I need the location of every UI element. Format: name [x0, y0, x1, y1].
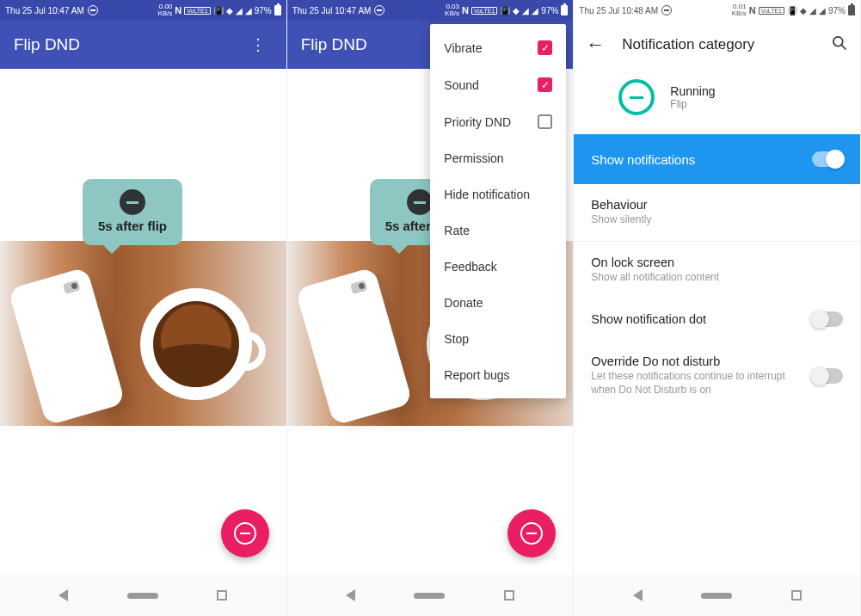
dnd-toggle-icon: [234, 522, 256, 545]
nfc-icon: N: [175, 5, 181, 15]
vibrate-icon: 📳: [500, 6, 510, 15]
status-time: Thu 25 Jul 10:47 AM: [5, 6, 84, 15]
setting-label: On lock screen: [591, 256, 843, 269]
menu-vibrate[interactable]: Vibrate ✓: [430, 29, 566, 66]
menu-donate[interactable]: Donate: [430, 285, 566, 321]
app-badge-icon: [618, 79, 655, 115]
nav-home-button[interactable]: [701, 593, 732, 599]
menu-label: Priority DND: [444, 115, 511, 129]
nav-recent-button[interactable]: [791, 590, 802, 601]
fab-toggle-button[interactable]: [507, 509, 556, 557]
back-arrow-button[interactable]: ←: [586, 34, 605, 56]
nav-bar: [287, 575, 574, 616]
coffee-cup: [140, 288, 252, 400]
battery-text: 97%: [828, 6, 846, 15]
screen-settings: Thu 25 Jul 10:48 AM 0.01KB/s N VoLTE1 📳 …: [574, 0, 861, 616]
menu-hide-notification[interactable]: Hide notification: [430, 176, 566, 213]
menu-report-bugs[interactable]: Report bugs: [430, 357, 566, 393]
setting-label: Behaviour: [591, 198, 843, 212]
override-dnd-row[interactable]: Override Do not disturb Let these notifi…: [574, 341, 860, 410]
lock-screen-row[interactable]: On lock screen Show all notification con…: [574, 242, 860, 299]
checkbox-unchecked-icon[interactable]: [538, 114, 552, 129]
menu-feedback[interactable]: Feedback: [430, 249, 566, 285]
data-rate: 0.00KB/s: [157, 3, 172, 17]
nav-back-button[interactable]: [346, 589, 355, 601]
category-sub: Flip: [670, 98, 715, 110]
camera-icon: [350, 280, 368, 293]
notification-dot-row[interactable]: Show notification dot: [574, 298, 860, 341]
menu-stop[interactable]: Stop: [430, 321, 566, 357]
main-content: 5s after flip: [0, 69, 286, 575]
screen-app-menu: Thu 25 Jul 10:47 AM 0.03KB/s N VoLTE1 📳 …: [287, 0, 575, 616]
toggle-off[interactable]: [812, 368, 843, 384]
nav-back-button[interactable]: [58, 589, 68, 601]
battery-text: 97%: [541, 6, 558, 15]
checkbox-checked-icon[interactable]: ✓: [538, 40, 552, 55]
menu-label: Stop: [444, 332, 469, 346]
category-row: Running Flip: [574, 69, 860, 134]
battery-icon: [274, 5, 281, 15]
battery-icon: [848, 5, 855, 15]
dnd-icon: [661, 5, 672, 15]
phone-illustration: [295, 267, 413, 426]
behaviour-row[interactable]: Behaviour Show silently: [574, 184, 860, 241]
nav-recent-button[interactable]: [504, 590, 514, 601]
menu-permission[interactable]: Permission: [430, 140, 566, 176]
toggle-on[interactable]: [812, 151, 843, 167]
menu-label: Donate: [444, 296, 483, 310]
signal-icon-2: ◢: [532, 6, 538, 15]
tooltip-text: 5s after flip: [98, 219, 167, 233]
app-bar: Flip DND ⋮: [0, 21, 286, 69]
battery-icon: [561, 5, 568, 15]
toggle-off[interactable]: [812, 311, 843, 327]
signal-icon: ◢: [522, 6, 529, 15]
setting-label: Override Do not disturb: [591, 354, 793, 368]
fab-toggle-button[interactable]: [221, 509, 269, 557]
vibrate-icon: 📳: [787, 6, 797, 15]
nav-bar: [0, 575, 286, 616]
signal-icon: ◢: [809, 6, 816, 15]
status-time: Thu 25 Jul 10:48 AM: [579, 6, 658, 15]
menu-rate[interactable]: Rate: [430, 213, 566, 249]
search-button[interactable]: [831, 34, 848, 56]
dnd-toggle-icon: [520, 522, 543, 545]
signal-icon-2: ◢: [245, 6, 252, 15]
menu-label: Permission: [444, 151, 503, 165]
status-bar: Thu 25 Jul 10:47 AM 0.00KB/s N VoLTE1 📳 …: [0, 0, 286, 21]
nav-recent-button[interactable]: [217, 590, 227, 601]
menu-label: Vibrate: [444, 41, 482, 55]
coffee: [153, 301, 239, 387]
volte-icon: VoLTE1: [759, 7, 784, 15]
setting-sub: Let these notifications continue to inte…: [591, 370, 793, 397]
setting-label: Show notification dot: [591, 312, 706, 326]
status-bar: Thu 25 Jul 10:47 AM 0.03KB/s N VoLTE1 📳 …: [287, 0, 574, 21]
menu-priority-dnd[interactable]: Priority DND: [430, 103, 566, 140]
dnd-icon: [374, 5, 384, 15]
data-rate: 0.01KB/s: [732, 3, 747, 17]
overflow-menu-button[interactable]: ⋮: [243, 28, 273, 61]
nav-home-button[interactable]: [127, 593, 158, 599]
volte-icon: VoLTE1: [471, 7, 497, 15]
nav-back-button[interactable]: [633, 589, 643, 601]
nfc-icon: N: [462, 5, 469, 15]
setting-label: Show notifications: [591, 152, 695, 167]
dnd-icon: [88, 5, 98, 15]
settings-app-bar: ← Notification category: [574, 21, 860, 69]
signal-icon: ◢: [236, 6, 243, 15]
status-bar: Thu 25 Jul 10:48 AM 0.01KB/s N VoLTE1 📳 …: [574, 0, 860, 21]
overflow-menu: Vibrate ✓ Sound ✓ Priority DND Permissio…: [430, 24, 566, 398]
screen-app-main: Thu 25 Jul 10:47 AM 0.00KB/s N VoLTE1 📳 …: [0, 0, 287, 616]
show-notifications-row[interactable]: Show notifications: [574, 134, 860, 184]
app-title: Flip DND: [301, 35, 367, 54]
data-rate: 0.03KB/s: [445, 3, 459, 17]
nav-home-button[interactable]: [414, 593, 445, 599]
checkbox-checked-icon[interactable]: ✓: [538, 77, 552, 92]
wifi-icon: ◆: [800, 6, 807, 15]
battery-text: 97%: [255, 6, 272, 15]
menu-label: Feedback: [444, 260, 496, 274]
vibrate-icon: 📳: [213, 6, 224, 15]
illustration: 5s after flip: [0, 241, 286, 426]
menu-sound[interactable]: Sound ✓: [430, 66, 566, 103]
app-title: Flip DND: [14, 35, 80, 54]
signal-icon-2: ◢: [819, 6, 826, 15]
